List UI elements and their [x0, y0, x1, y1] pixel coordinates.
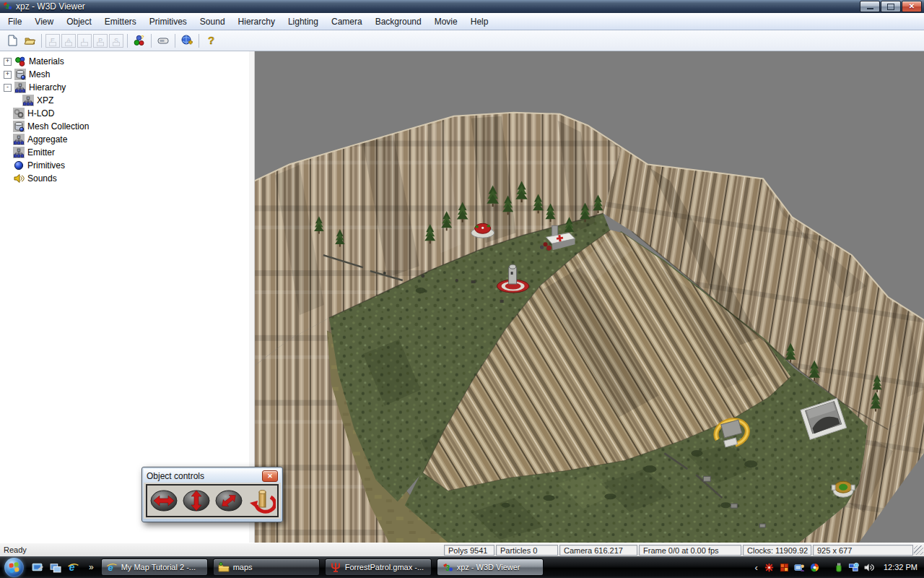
open-file-button[interactable] — [21, 33, 38, 49]
minimize-button[interactable] — [860, 1, 880, 12]
internet-explorer-icon[interactable]: e — [66, 561, 79, 574]
status-particles: Particles 0 — [496, 545, 558, 556]
w3d-icon: 3 — [442, 561, 453, 573]
start-button[interactable] — [4, 558, 24, 577]
animation-settings-button[interactable]: ? — [131, 33, 148, 49]
menu-background[interactable]: Background — [369, 14, 428, 30]
rotate-y-button[interactable] — [182, 488, 211, 514]
close-button[interactable]: ✕ — [902, 1, 922, 12]
tray-overflow-chevron[interactable]: ‹ — [755, 562, 758, 573]
system-tray: ‹ — [755, 561, 924, 573]
taskbar-clock[interactable]: 12:32 PM — [884, 563, 918, 571]
expander-icon[interactable]: - — [4, 84, 12, 92]
mesh-collection-icon — [13, 121, 25, 132]
taskbar-button-my-map-tutorial[interactable]: e My Map Tutorial 2 -... — [101, 558, 208, 576]
maximize-button[interactable] — [881, 1, 901, 12]
svg-text:?: ? — [141, 34, 144, 40]
quick-launch-overflow-chevron[interactable]: » — [89, 562, 94, 572]
taskbar-button-w3d-viewer[interactable]: 3 xpz - W3D Viewer — [437, 558, 544, 576]
menu-hierarchy[interactable]: Hierarchy — [232, 14, 282, 30]
primitive-save-button[interactable]: P — [93, 34, 108, 48]
taskbar-button-label: xpz - W3D Viewer — [457, 563, 520, 571]
internet-explorer-icon: e — [106, 561, 118, 573]
rotate-x-button[interactable] — [149, 488, 178, 514]
tree-item-xpz[interactable]: XPZ — [0, 94, 249, 107]
help-button[interactable]: ? — [202, 33, 219, 49]
tray-starburst-icon[interactable] — [764, 561, 775, 573]
new-document-icon — [6, 34, 19, 47]
viewport-3d[interactable] — [255, 51, 924, 543]
show-desktop-icon[interactable] — [30, 561, 43, 574]
background-object-button[interactable] — [178, 33, 196, 49]
screen: 3 xpz - W3D Viewer ✕ File View Object Em… — [0, 0, 924, 578]
tree-item-label: Mesh Collection — [27, 121, 89, 131]
svg-text:?: ? — [208, 34, 214, 46]
tree-item-mesh-collection[interactable]: Mesh Collection — [0, 120, 249, 133]
open-folder-icon — [23, 34, 37, 47]
tray-swirl-icon[interactable] — [809, 561, 821, 573]
object-controls-window[interactable]: Object controls ✕ — [141, 467, 283, 522]
object-controls-close-button[interactable]: ✕ — [262, 470, 278, 482]
svg-text:e: e — [108, 562, 113, 573]
tree-item-emitter[interactable]: Emitter — [0, 146, 249, 159]
sphere-icon — [13, 160, 25, 171]
menu-emitters[interactable]: Emitters — [98, 14, 143, 30]
resize-grip[interactable] — [914, 545, 923, 555]
new-file-button[interactable] — [4, 33, 21, 49]
menu-object[interactable]: Object — [60, 14, 98, 30]
rotate-z-button[interactable] — [214, 488, 243, 514]
menu-movie[interactable]: Movie — [428, 14, 464, 30]
help-icon: ? — [204, 34, 217, 47]
tray-power-icon[interactable] — [833, 561, 845, 573]
emitter-save-button[interactable]: E — [45, 34, 60, 48]
status-polys: Polys 9541 — [444, 545, 494, 556]
tree-item-label: H-LOD — [27, 108, 54, 118]
object-controls-titlebar[interactable]: Object controls ✕ — [144, 469, 281, 483]
sound-save-button[interactable]: S — [109, 34, 123, 48]
menu-help[interactable]: Help — [464, 14, 495, 30]
aggregate-save-button[interactable]: A — [61, 34, 76, 48]
tree-item-mesh[interactable]: + Mesh — [0, 68, 249, 81]
tree-item-aggregate[interactable]: Aggregate — [0, 133, 249, 146]
tree-item-label: Hierarchy — [29, 82, 66, 92]
gmax-icon — [330, 561, 341, 573]
expander-icon[interactable]: + — [4, 71, 12, 79]
tree-item-label: Sounds — [27, 173, 57, 184]
tray-network-icon[interactable] — [848, 561, 860, 573]
taskbar-button-forrestpatrol[interactable]: ForrestPatrol.gmax -... — [325, 558, 432, 576]
menu-primitives[interactable]: Primitives — [143, 14, 193, 30]
tray-volume-icon[interactable] — [863, 561, 875, 573]
maximize-icon — [887, 4, 894, 10]
taskbar-button-maps[interactable]: maps — [213, 558, 320, 576]
mesh-icon — [14, 69, 26, 80]
window-switcher-icon[interactable] — [48, 561, 61, 574]
tray-pc-user-icon[interactable] — [794, 561, 806, 573]
taskbar-button-label: ForrestPatrol.gmax -... — [345, 563, 424, 571]
tree-item-primitives[interactable]: Primitives — [0, 159, 249, 172]
taskbar: e » e My Map Tutorial 2 -... — [0, 556, 924, 578]
toolbar-separator — [41, 34, 42, 48]
menu-sound[interactable]: Sound — [193, 14, 232, 30]
rotate-object-button[interactable] — [247, 488, 276, 514]
tree-item-hlod[interactable]: H-LOD — [0, 107, 249, 120]
tree-item-sounds[interactable]: Sounds — [0, 172, 249, 185]
expander-icon[interactable]: + — [4, 58, 12, 66]
menu-view[interactable]: View — [28, 14, 60, 30]
tree-item-materials[interactable]: + Materials — [0, 55, 249, 68]
svg-text:e: e — [69, 561, 74, 573]
title-bar[interactable]: 3 xpz - W3D Viewer ✕ — [0, 0, 924, 13]
tree-item-hierarchy[interactable]: - Hierarchy — [0, 81, 249, 94]
animation-bar-icon — [157, 34, 170, 47]
folder-icon — [218, 561, 230, 573]
menu-lighting[interactable]: Lighting — [282, 14, 325, 30]
menu-file[interactable]: File — [1, 14, 28, 30]
minimize-icon — [867, 8, 873, 9]
taskbar-button-label: maps — [233, 563, 253, 571]
taskbar-button-label: My Map Tutorial 2 -... — [121, 563, 196, 571]
tray-grid-icon[interactable] — [779, 561, 790, 573]
animation-bar-button[interactable] — [154, 33, 172, 49]
app-icon: 3 — [2, 1, 12, 13]
tree-item-label: XPZ — [37, 95, 53, 105]
lod-save-button[interactable]: L — [77, 34, 92, 48]
menu-camera[interactable]: Camera — [325, 14, 369, 30]
